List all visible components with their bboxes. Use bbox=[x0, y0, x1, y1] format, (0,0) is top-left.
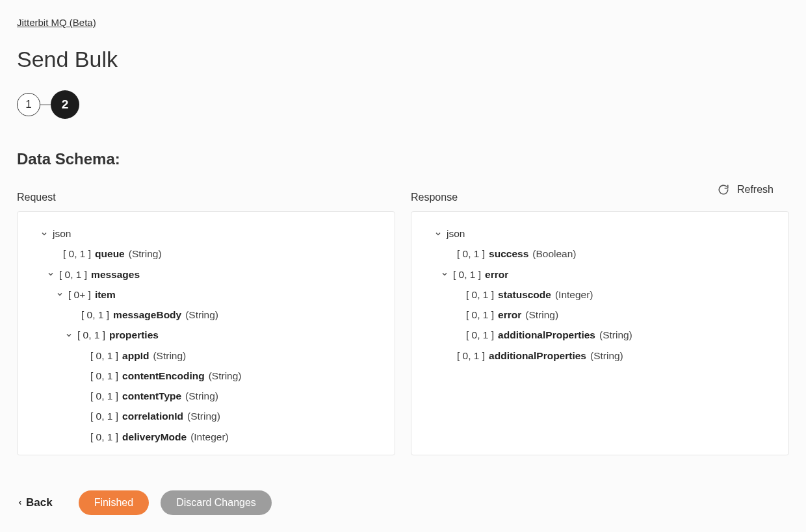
step-1[interactable]: 1 bbox=[17, 93, 40, 116]
field-name: messages bbox=[91, 267, 140, 282]
field-name: appId bbox=[122, 348, 149, 363]
field-type: (String) bbox=[153, 348, 186, 363]
field-name: contentEncoding bbox=[122, 368, 205, 383]
field-name: error bbox=[485, 267, 508, 282]
cardinality: [ 0, 1 ] bbox=[90, 388, 118, 403]
cardinality: [ 0, 1 ] bbox=[466, 287, 494, 302]
field-name: item bbox=[95, 287, 116, 302]
chevron-down-icon bbox=[46, 270, 55, 278]
field-type: (String) bbox=[209, 368, 242, 383]
field-type: (String) bbox=[185, 388, 218, 403]
request-schema-panel: json [ 0, 1 ] queue (String) [ 0, 1 ] me… bbox=[17, 211, 395, 455]
chevron-down-icon bbox=[40, 230, 49, 238]
chevron-down-icon bbox=[434, 230, 443, 238]
cardinality: [ 0, 1 ] bbox=[466, 307, 494, 322]
step-2[interactable]: 2 bbox=[51, 90, 79, 119]
field-type: (String) bbox=[129, 246, 162, 261]
field-type: (String) bbox=[599, 327, 632, 342]
field-name: additionalProperties bbox=[498, 327, 595, 342]
back-button[interactable]: Back bbox=[17, 496, 53, 509]
cardinality: [ 0, 1 ] bbox=[457, 246, 485, 261]
field-name: properties bbox=[109, 327, 159, 342]
request-label: Request bbox=[17, 192, 395, 203]
discard-changes-button[interactable]: Discard Changes bbox=[161, 490, 272, 515]
field-name: messageBody bbox=[113, 307, 181, 322]
tree-row[interactable]: [ 0, 1 ] statuscode (Integer) bbox=[418, 285, 782, 305]
tree-row[interactable]: [ 0, 1 ] error bbox=[418, 264, 782, 285]
tree-row[interactable]: [ 0, 1 ] contentType (String) bbox=[24, 386, 388, 406]
chevron-down-icon bbox=[440, 270, 449, 278]
field-name: deliveryMode bbox=[122, 429, 187, 444]
field-name: correlationId bbox=[122, 409, 183, 424]
finished-button[interactable]: Finished bbox=[79, 490, 149, 515]
tree-row[interactable]: [ 0, 1 ] additionalProperties (String) bbox=[418, 325, 782, 345]
cardinality: [ 0, 1 ] bbox=[90, 409, 118, 424]
tree-row[interactable]: [ 0, 1 ] additionalProperties (String) bbox=[418, 346, 782, 366]
tree-row[interactable]: json bbox=[418, 223, 782, 244]
tree-row[interactable]: [ 0, 1 ] deliveryMode (Integer) bbox=[24, 427, 388, 447]
field-name: additionalProperties bbox=[489, 348, 586, 363]
response-label: Response bbox=[411, 192, 789, 203]
cardinality: [ 0, 1 ] bbox=[90, 368, 118, 383]
step-connector bbox=[40, 105, 51, 105]
tree-row[interactable]: [ 0, 1 ] contentEncoding (String) bbox=[24, 366, 388, 386]
field-name: queue bbox=[95, 246, 125, 261]
cardinality: [ 0, 1 ] bbox=[59, 267, 87, 282]
field-type: (Boolean) bbox=[532, 246, 576, 261]
cardinality: [ 0, 1 ] bbox=[77, 327, 105, 342]
tree-row[interactable]: [ 0, 1 ] messageBody (String) bbox=[24, 305, 388, 325]
cardinality: [ 0, 1 ] bbox=[466, 327, 494, 342]
section-title: Data Schema: bbox=[17, 150, 789, 168]
page-title: Send Bulk bbox=[17, 47, 789, 72]
cardinality: [ 0+ ] bbox=[68, 287, 91, 302]
stepper: 1 2 bbox=[17, 90, 789, 119]
field-type: (String) bbox=[185, 307, 218, 322]
tree-row[interactable]: [ 0, 1 ] error (String) bbox=[418, 305, 782, 325]
tree-row[interactable]: [ 0, 1 ] appId (String) bbox=[24, 346, 388, 366]
back-label: Back bbox=[26, 496, 53, 509]
footer-actions: Back Finished Discard Changes bbox=[17, 490, 272, 515]
node-label: json bbox=[447, 226, 465, 241]
tree-row[interactable]: [ 0+ ] item bbox=[24, 285, 388, 305]
cardinality: [ 0, 1 ] bbox=[63, 246, 91, 261]
field-name: contentType bbox=[122, 388, 181, 403]
field-type: (Integer) bbox=[555, 287, 593, 302]
chevron-down-icon bbox=[64, 331, 73, 339]
tree-row[interactable]: [ 0, 1 ] correlationId (String) bbox=[24, 406, 388, 426]
cardinality: [ 0, 1 ] bbox=[457, 348, 485, 363]
field-type: (String) bbox=[187, 409, 220, 424]
breadcrumb-link[interactable]: Jitterbit MQ (Beta) bbox=[17, 17, 96, 28]
field-type: (Integer) bbox=[190, 429, 229, 444]
field-type: (String) bbox=[590, 348, 623, 363]
tree-row[interactable]: [ 0, 1 ] messages bbox=[24, 264, 388, 285]
chevron-down-icon bbox=[55, 290, 64, 298]
cardinality: [ 0, 1 ] bbox=[90, 429, 118, 444]
field-type: (String) bbox=[525, 307, 558, 322]
tree-row[interactable]: [ 0, 1 ] queue (String) bbox=[24, 244, 388, 264]
cardinality: [ 0, 1 ] bbox=[90, 348, 118, 363]
tree-row[interactable]: [ 0, 1 ] properties bbox=[24, 325, 388, 345]
node-label: json bbox=[53, 226, 71, 241]
cardinality: [ 0, 1 ] bbox=[453, 267, 481, 282]
response-schema-panel: json [ 0, 1 ] success (Boolean) [ 0, 1 ]… bbox=[411, 211, 789, 455]
cardinality: [ 0, 1 ] bbox=[81, 307, 109, 322]
tree-row[interactable]: [ 0, 1 ] success (Boolean) bbox=[418, 244, 782, 264]
field-name: statuscode bbox=[498, 287, 551, 302]
field-name: error bbox=[498, 307, 521, 322]
tree-row[interactable]: json bbox=[24, 223, 388, 244]
field-name: success bbox=[489, 246, 528, 261]
